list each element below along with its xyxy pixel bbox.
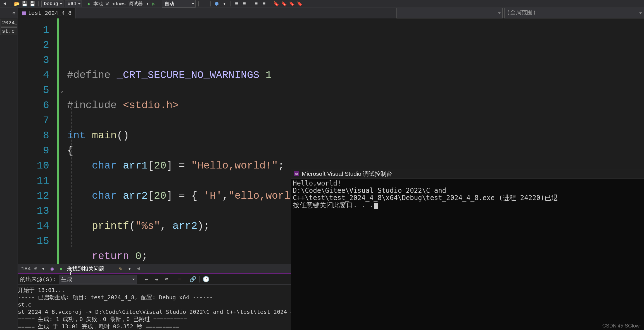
- debug-console-window[interactable]: ⧉ Microsoft Visual Studio 调试控制台 Hello,wo…: [291, 169, 644, 330]
- bookmark-icon[interactable]: 🔖: [273, 1, 279, 7]
- bookmark-next-icon[interactable]: 🔖: [289, 1, 295, 7]
- console-title-text: Microsoft Visual Studio 调试控制台: [302, 170, 392, 178]
- zoom-label[interactable]: 184 %: [21, 266, 37, 272]
- bookmark-prev-icon[interactable]: 🔖: [281, 1, 287, 7]
- change-bar: [57, 18, 59, 264]
- cursor-icon: [374, 203, 378, 209]
- code-line[interactable]: [67, 83, 644, 98]
- console-titlebar[interactable]: ⧉ Microsoft Visual Studio 调试控制台: [291, 169, 644, 179]
- play-icon[interactable]: ▶: [88, 1, 91, 7]
- console-body[interactable]: Hello,world! D:\Code\Gitee\Visual Studio…: [291, 179, 644, 330]
- bookmark-clear-icon[interactable]: 🔖: [296, 1, 303, 7]
- save-all-icon[interactable]: 💾: [29, 1, 35, 7]
- comment-icon[interactable]: ≡: [253, 1, 259, 7]
- solution-explorer[interactable]: 2024_4_8 st.c: [0, 18, 18, 330]
- code-line[interactable]: [67, 113, 644, 128]
- config-dropdown[interactable]: Debug: [41, 1, 63, 7]
- save-icon[interactable]: 💾: [22, 1, 28, 7]
- scope-dropdown-left[interactable]: [396, 8, 503, 18]
- code-line[interactable]: {: [67, 143, 644, 158]
- main-toolbar: ◄ 📂 💾 💾 Debug x64 ▶ 本地 Windows 调试器 ▾ ▷ 自…: [0, 0, 644, 8]
- dropdown2-icon[interactable]: ▾: [221, 1, 227, 7]
- fold-toggle-icon[interactable]: ⌄: [60, 86, 64, 94]
- nav-back-icon[interactable]: ◄: [2, 1, 8, 7]
- check-icon: ●: [59, 266, 62, 272]
- vs-icon: ⧉: [294, 171, 299, 176]
- fold-column[interactable]: ⌄: [59, 18, 67, 264]
- watermark: CSDN @-SGlow-: [602, 323, 641, 329]
- box-icon[interactable]: ▫: [201, 1, 208, 7]
- dropdown-arrow-icon[interactable]: ▾: [144, 1, 151, 7]
- lightbulb-icon[interactable]: ◉: [49, 266, 55, 272]
- output-source-dropdown[interactable]: 生成: [59, 275, 137, 284]
- pkg-icon[interactable]: ⬢: [213, 1, 220, 7]
- line-numbers: 123456789101112131415: [18, 18, 57, 264]
- explorer-root[interactable]: 2024_4_8: [1, 19, 17, 27]
- gear-icon[interactable]: ⚙: [13, 10, 15, 16]
- explorer-file[interactable]: st.c: [1, 27, 17, 35]
- code-line[interactable]: #define _CRT_SECURE_NO_WARNINGS 1: [67, 68, 644, 83]
- cpp-file-icon: [22, 11, 26, 15]
- open-icon[interactable]: 📂: [14, 1, 20, 7]
- indent-icon[interactable]: ≣: [233, 1, 239, 7]
- debugger-label[interactable]: 本地 Windows 调试器: [93, 1, 143, 7]
- file-tab-label: test_2024_4_8: [28, 10, 72, 16]
- platform-dropdown[interactable]: x64: [65, 1, 82, 7]
- uncomment-icon[interactable]: ≡: [261, 1, 267, 7]
- output-source-label: 的出来源(S):: [20, 276, 56, 283]
- auto-dropdown[interactable]: 自动: [162, 0, 196, 8]
- code-line[interactable]: #include <stdio.h>: [67, 98, 644, 113]
- scope-dropdown-right[interactable]: (全局范围): [504, 8, 644, 18]
- zoom-arrow-icon[interactable]: ▾: [42, 265, 45, 272]
- document-tabs: ⚙ test_2024_4_8 (全局范围): [0, 8, 644, 18]
- code-line[interactable]: int main(): [67, 128, 644, 143]
- file-tab[interactable]: test_2024_4_8: [18, 8, 76, 18]
- play-no-debug-icon[interactable]: ▷: [152, 1, 155, 7]
- outdent-icon[interactable]: ≣: [241, 1, 247, 7]
